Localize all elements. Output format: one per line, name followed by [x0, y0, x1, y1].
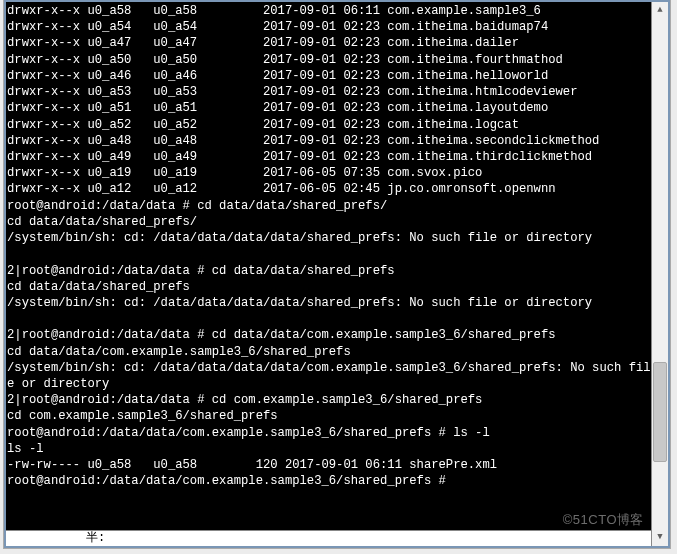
terminal-output: drwxr-x--x u0_a58 u0_a58 2017-09-01 06:1…: [6, 2, 668, 491]
watermark: ©51CTO博客: [563, 511, 644, 528]
scrollbar-thumb[interactable]: [653, 362, 667, 462]
scroll-up-button[interactable]: ▲: [652, 2, 668, 19]
window-frame: drwxr-x--x u0_a58 u0_a58 2017-09-01 06:1…: [4, 0, 670, 548]
terminal-viewport[interactable]: drwxr-x--x u0_a58 u0_a58 2017-09-01 06:1…: [6, 2, 668, 546]
ime-status-bar: 半:: [6, 530, 651, 546]
vertical-scrollbar[interactable]: ▲ ▼: [651, 2, 668, 546]
scroll-down-button[interactable]: ▼: [652, 529, 668, 546]
